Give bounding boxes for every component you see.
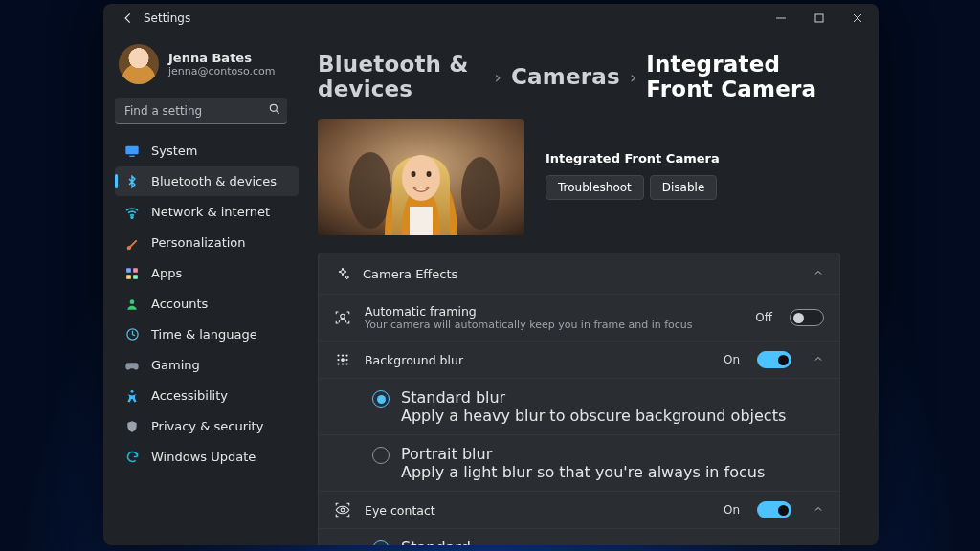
svg-rect-7 xyxy=(126,275,131,279)
toggle-state-label: On xyxy=(724,503,740,517)
automatic-framing-toggle[interactable] xyxy=(790,309,824,326)
user-card[interactable]: Jenna Bates jenna@contoso.com xyxy=(115,38,299,94)
breadcrumb-root[interactable]: Bluetooth & devices xyxy=(318,52,485,101)
svg-point-18 xyxy=(427,171,432,177)
svg-point-21 xyxy=(342,354,344,356)
back-button[interactable] xyxy=(115,11,142,25)
disable-button[interactable]: Disable xyxy=(650,175,718,200)
svg-point-17 xyxy=(412,171,416,177)
option-title: Standard xyxy=(401,539,824,545)
sidebar-item-windows-update[interactable]: Windows Update xyxy=(115,442,299,472)
sidebar-item-label: Apps xyxy=(151,266,182,280)
update-icon xyxy=(124,450,140,465)
display-icon xyxy=(124,143,140,159)
camera-effects-header[interactable]: Camera Effects xyxy=(319,253,839,294)
clock-globe-icon xyxy=(124,327,140,342)
bluetooth-icon xyxy=(124,174,140,189)
chevron-up-icon xyxy=(813,267,824,281)
settings-window: Settings Jenna Bates jenna@contoso.com xyxy=(103,4,879,545)
sidebar-item-label: Network & internet xyxy=(151,205,270,219)
svg-point-16 xyxy=(402,155,440,201)
svg-rect-15 xyxy=(410,207,433,235)
window-maximize-button[interactable] xyxy=(800,5,838,32)
eye-contact-toggle[interactable] xyxy=(757,501,791,518)
svg-rect-2 xyxy=(125,145,138,154)
sidebar-item-apps[interactable]: Apps xyxy=(115,258,299,288)
svg-point-27 xyxy=(342,363,344,364)
sidebar-item-label: Time & language xyxy=(151,327,257,342)
shield-icon xyxy=(124,419,140,434)
sidebar-item-label: Gaming xyxy=(151,358,200,372)
svg-point-28 xyxy=(345,363,347,364)
search-input[interactable] xyxy=(115,98,287,124)
person-frame-icon xyxy=(334,309,351,326)
setting-title: Background blur xyxy=(365,353,463,367)
nav-list: System Bluetooth & devices Network & int… xyxy=(115,136,299,472)
sidebar-item-gaming[interactable]: Gaming xyxy=(115,350,299,380)
radio-option-eye-standard[interactable]: Standard Make eye contact even when you'… xyxy=(319,528,839,545)
search-box xyxy=(115,98,299,124)
svg-point-4 xyxy=(131,216,133,218)
user-email: jenna@contoso.com xyxy=(168,65,276,77)
svg-rect-6 xyxy=(133,268,138,273)
sidebar-item-network[interactable]: Network & internet xyxy=(115,197,299,227)
sidebar-item-label: Privacy & security xyxy=(151,419,263,433)
svg-point-9 xyxy=(130,299,135,304)
sidebar-item-accounts[interactable]: Accounts xyxy=(115,289,299,319)
svg-rect-5 xyxy=(126,268,131,273)
search-icon xyxy=(268,102,281,119)
gamepad-icon xyxy=(124,358,140,373)
sidebar-item-accessibility[interactable]: Accessibility xyxy=(115,381,299,410)
svg-rect-3 xyxy=(129,155,134,156)
svg-point-19 xyxy=(341,314,345,319)
radio-button[interactable] xyxy=(372,447,390,464)
sidebar-item-label: Accounts xyxy=(151,297,208,311)
chevron-up-icon[interactable] xyxy=(813,353,824,367)
eye-contact-icon xyxy=(334,501,351,518)
svg-point-23 xyxy=(337,359,339,361)
svg-point-29 xyxy=(341,508,345,512)
setting-title: Automatic framing xyxy=(365,304,693,319)
chevron-up-icon[interactable] xyxy=(813,503,824,518)
breadcrumb: Bluetooth & devices › Cameras › Integrat… xyxy=(318,52,852,101)
option-desc: Apply a light blur so that you're always… xyxy=(401,463,765,481)
breadcrumb-current: Integrated Front Camera xyxy=(646,52,852,101)
setting-row-background-blur: Background blur On xyxy=(319,341,839,378)
window-minimize-button[interactable] xyxy=(762,5,800,32)
camera-name: Integrated Front Camera xyxy=(546,151,720,165)
toggle-state-label: Off xyxy=(755,311,772,324)
sidebar-item-time-language[interactable]: Time & language xyxy=(115,320,299,349)
sidebar-item-privacy-security[interactable]: Privacy & security xyxy=(115,411,299,441)
svg-point-22 xyxy=(345,354,347,356)
svg-point-20 xyxy=(337,354,339,356)
sidebar-item-personalization[interactable]: Personalization xyxy=(115,228,299,257)
radio-option-standard-blur[interactable]: Standard blur Apply a heavy blur to obsc… xyxy=(319,378,839,434)
blur-icon xyxy=(334,351,351,368)
radio-option-portrait-blur[interactable]: Portrait blur Apply a light blur so that… xyxy=(319,434,839,491)
camera-effects-panel: Camera Effects Automatic framing Your ca… xyxy=(318,253,840,545)
toggle-state-label: On xyxy=(724,353,740,366)
troubleshoot-button[interactable]: Troubleshoot xyxy=(546,175,644,200)
svg-point-11 xyxy=(131,389,134,392)
background-blur-toggle[interactable] xyxy=(757,351,791,368)
person-icon xyxy=(124,297,140,312)
setting-title: Eye contact xyxy=(365,503,435,518)
radio-button[interactable] xyxy=(372,540,390,545)
sidebar-item-label: Accessibility xyxy=(151,388,228,403)
sidebar-item-system[interactable]: System xyxy=(115,136,299,165)
svg-point-14 xyxy=(461,157,500,230)
section-title: Camera Effects xyxy=(363,267,457,281)
window-close-button[interactable] xyxy=(838,5,877,32)
sidebar-item-label: Personalization xyxy=(151,235,246,250)
breadcrumb-cameras[interactable]: Cameras xyxy=(511,64,620,89)
setting-row-automatic-framing: Automatic framing Your camera will autom… xyxy=(319,294,839,341)
setting-desc: Your camera will automatically keep you … xyxy=(365,319,693,331)
sidebar-item-bluetooth-devices[interactable]: Bluetooth & devices xyxy=(115,166,299,196)
option-desc: Apply a heavy blur to obscure background… xyxy=(401,407,786,425)
app-title: Settings xyxy=(144,11,190,25)
option-title: Standard blur xyxy=(401,388,786,407)
sidebar-item-label: Bluetooth & devices xyxy=(151,174,277,188)
camera-preview xyxy=(318,119,524,235)
option-title: Portrait blur xyxy=(401,445,765,463)
radio-button[interactable] xyxy=(372,390,390,408)
